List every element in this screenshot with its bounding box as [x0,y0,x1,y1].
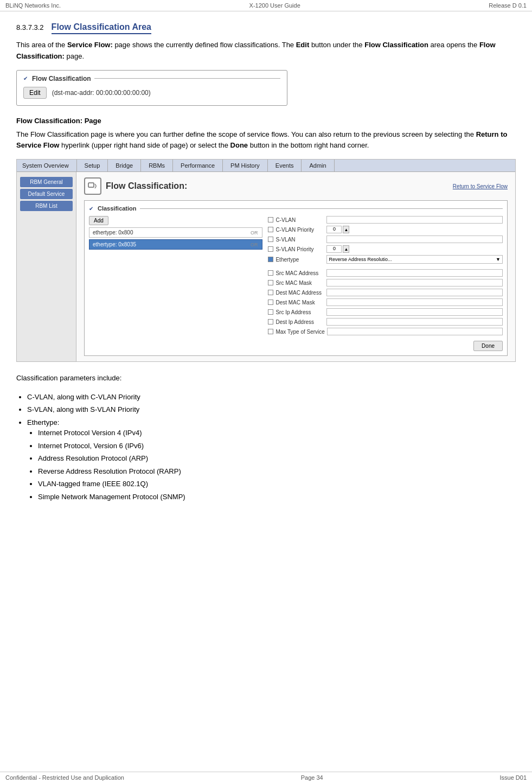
mock-list-item-1[interactable]: ethertype: 0x8035 OR [89,239,262,250]
mock-checkbox-src-mac[interactable] [268,270,273,276]
mock-input-cvlan[interactable] [326,216,503,224]
mock-checkbox-dest-ip[interactable] [268,319,273,324]
mock-field-svlan: S-VLAN [268,235,503,243]
mock-input-src-mac-mask[interactable] [326,279,503,287]
mock-checkbox-dest-mac[interactable] [268,290,273,295]
bullet-svlan: S-VLAN, along with S-VLAN Priority [27,404,516,415]
mock-input-svlan[interactable] [326,235,503,243]
page-header: BLiNQ Networks Inc. X-1200 User Guide Re… [0,0,532,11]
page-footer: Confidential - Restricted Use and Duplic… [0,772,532,783]
body-paragraph-2: The Flow Classification page is where yo… [16,129,516,152]
footer-left: Confidential - Restricted Use and Duplic… [5,774,124,781]
mock-two-col: Add ethertype: 0x800 OR ethertype: 0x803… [89,216,503,338]
mock-checkbox-max-tos[interactable] [268,329,273,334]
mock-nav-bridge[interactable]: Bridge [108,160,141,171]
mock-input-dest-ip[interactable] [326,318,503,326]
mock-list-item-0[interactable]: ethertype: 0x800 OR [89,227,262,238]
svg-rect-0 [88,183,94,187]
bullet-cvlan: C-VLAN, along with C-VLAN Priority [27,392,516,403]
bullet-list: C-VLAN, along with C-VLAN Priority S-VLA… [27,392,516,502]
bold-service-flow: Service Flow: [67,41,113,49]
mock-nav-performance[interactable]: Performance [173,160,223,171]
sub-bullet-snmp: Simple Network Management Protocol (SNMP… [38,492,516,502]
body-paragraph-1: This area of the Service Flow: page show… [16,40,516,62]
header-left: BLiNQ Networks Inc. [5,2,61,9]
mock-label-svlan: S-VLAN [275,237,324,243]
flow-class-value: (dst-mac-addr: 00:00:00:00:00:00) [52,89,151,97]
classification-intro: Classification parameters include: [16,373,516,384]
mock-label-svlan-priority: S-VLAN Priority [275,246,324,252]
mock-field-src-mac-mask: Src MAC Mask [268,279,503,287]
mock-spinner-svlan-priority: 0 ▲ [326,245,349,253]
mock-spinner-up-cvlan[interactable]: ▲ [343,226,349,233]
mock-checkbox-dest-mac-mask[interactable] [268,300,273,305]
section-number: 8.3.7.3.2 [16,23,44,31]
mock-nav-setup[interactable]: Setup [77,160,108,171]
mock-title-area: Flow Classification: [84,177,187,195]
mock-checkbox-cvlan-priority[interactable] [268,227,273,232]
mock-main-panel: Flow Classification: Return to Service F… [76,172,515,361]
flow-class-edit-button[interactable]: Edit [23,87,47,99]
header-right: Release D 0.1 [489,2,527,9]
subsection-heading: Flow Classification: Page [16,117,516,125]
mock-input-src-ip[interactable] [326,308,503,316]
mock-checkbox-cvlan[interactable] [268,217,273,222]
mock-field-dest-ip: Dest Ip Address [268,318,503,326]
mock-label-dest-mac-mask: Dest MAC Mask [275,300,324,305]
mock-checkbox-svlan-priority[interactable] [268,246,273,252]
mock-right-col: C-VLAN C-VLAN Priority 0 ▲ [268,216,503,338]
mock-field-dest-mac-mask: Dest MAC Mask [268,298,503,306]
footer-center: Page 34 [301,774,323,781]
mock-field-cvlan-priority: C-VLAN Priority 0 ▲ [268,226,503,233]
mock-nav-rbms[interactable]: RBMs [141,160,173,171]
flow-class-box-line [94,78,280,79]
footer-right: Issue D01 [499,774,527,781]
mock-nav-events[interactable]: Events [268,160,302,171]
mock-classification-section: ✔ Classification Add ethertype: 0x800 OR [84,200,508,356]
ethertype-sub-list: Internet Protocol Version 4 (IPv4) Inter… [38,428,516,502]
flow-class-box-header: ✔ Flow Classification [23,75,280,82]
mock-section-label-text: Classification [98,205,137,212]
mock-flow-icon [84,177,101,195]
mock-nav-admin[interactable]: Admin [302,160,334,171]
mock-main-header: Flow Classification: Return to Service F… [84,177,508,195]
mock-checkbox-ethertype[interactable] [268,257,273,262]
main-content: 8.3.7.3.2 Flow Classification Area This … [0,11,532,540]
mock-field-cvlan: C-VLAN [268,216,503,224]
sub-bullet-arp: Address Resolution Protocol (ARP) [38,453,516,464]
mock-select-ethertype[interactable]: Reverse Address Resolutio... ▼ [326,255,503,264]
mock-input-dest-mac-mask[interactable] [326,298,503,306]
mock-spinner-input-cvlan[interactable]: 0 [326,226,342,233]
mock-nav-pm-history[interactable]: PM History [223,160,268,171]
mock-input-src-mac[interactable] [326,269,503,277]
mock-spinner-input-svlan[interactable]: 0 [326,245,342,253]
mock-add-button[interactable]: Add [89,216,108,225]
mock-input-max-tos[interactable] [327,328,503,335]
mock-input-dest-mac[interactable] [326,289,503,296]
mock-checkbox-src-ip[interactable] [268,309,273,315]
mock-spinner-up-svlan[interactable]: ▲ [343,245,349,253]
mock-checkbox-src-mac-mask[interactable] [268,280,273,285]
mock-field-svlan-priority: S-VLAN Priority 0 ▲ [268,245,503,253]
mock-sidebar-rbm-list[interactable]: RBM List [20,201,73,211]
bullet-ethertype: Ethertype: Internet Protocol Version 4 (… [27,417,516,502]
mock-label-ethertype: Ethertype [275,257,324,263]
mock-checkbox-svlan[interactable] [268,237,273,242]
section-heading: 8.3.7.3.2 Flow Classification Area [16,22,516,34]
mock-label-src-ip: Src Ip Address [275,309,324,315]
mock-label-dest-ip: Dest Ip Address [275,319,324,325]
mock-return-link[interactable]: Return to Service Flow [453,183,508,189]
sub-bullet-vlan: VLAN-tagged frame (IEEE 802.1Q) [38,479,516,489]
mock-done-button[interactable]: Done [473,341,503,351]
mock-sidebar-rbm-general[interactable]: RBM General [20,177,73,187]
mock-sidebar-default-service[interactable]: Default Service [20,189,73,199]
mock-label-cvlan-priority: C-VLAN Priority [275,227,324,233]
sub-bullet-ipv4: Internet Protocol Version 4 (IPv4) [38,428,516,438]
bold-done: Done [230,141,248,149]
mock-spinner-cvlan-priority: 0 ▲ [326,226,349,233]
mock-nav-system-overview[interactable]: System Overview [17,160,77,171]
mock-field-dest-mac: Dest MAC Address [268,289,503,296]
mock-field-src-ip: Src Ip Address [268,308,503,316]
mock-sidebar: RBM General Default Service RBM List [17,172,76,361]
bold-flow-classification: Flow Classification [364,41,428,49]
